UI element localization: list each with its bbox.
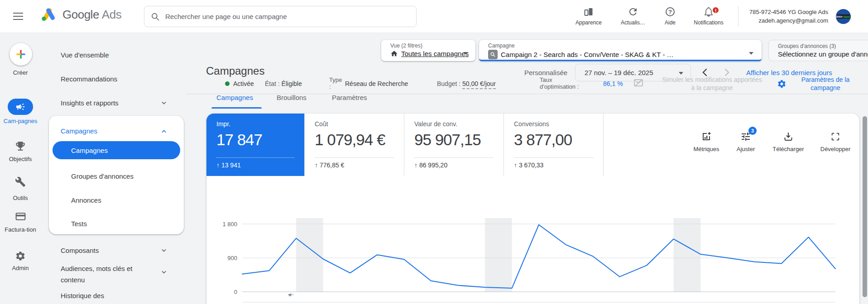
bell-icon [688, 5, 729, 18]
download-button[interactable]: Télécharger [767, 130, 810, 152]
google-ads-triangle-icon [40, 7, 56, 22]
help-button[interactable]: ? Aide [649, 5, 691, 26]
chevron-down-icon[interactable] [159, 267, 168, 276]
chevron-up-icon[interactable] [159, 127, 168, 136]
rail-billing[interactable] [0, 211, 41, 222]
google-ads-app: GoogleAds Apparence [0, 0, 868, 304]
nav-history[interactable]: Historique des [61, 292, 104, 299]
caret-down-icon [679, 72, 683, 75]
tab-campagnes[interactable]: Campagnes [216, 94, 253, 101]
credit-card-icon [15, 211, 26, 222]
view-filter-value: Toutes les campagnes [401, 50, 469, 57]
home-icon [390, 50, 398, 57]
delta-value: 776,85 € [315, 162, 344, 169]
notification-badge: ! [712, 6, 719, 14]
view-filter-dropdown[interactable]: Vue (2 filtres) Toutes les campagnes [381, 40, 475, 61]
help-icon: ? [649, 5, 691, 18]
scrollbar-thumb[interactable] [863, 116, 867, 297]
caret-down-icon [464, 52, 468, 55]
previous-period-icon[interactable] [699, 66, 711, 79]
svg-text:0: 0 [234, 289, 237, 295]
nav-ad-groups[interactable]: Groupes d'annonces [71, 172, 134, 180]
account-info[interactable]: 785-972-4546 YG Google Ads zadeh.agency@… [749, 8, 828, 25]
google-ads-logo[interactable]: GoogleAds [40, 7, 121, 22]
campaign-search-icon [488, 50, 498, 59]
date-range-picker[interactable]: 27 nov. – 19 déc. 2025 [575, 64, 691, 81]
menu-icon[interactable] [12, 10, 24, 23]
rail-campaigns[interactable] [8, 99, 33, 115]
metrics-button[interactable]: Métriques [685, 130, 728, 152]
rail-campaigns-label: Cam-pagnes [0, 118, 41, 125]
scorecard-conv-value[interactable]: Valeur de conv. 95 907,15 86 995,20 [404, 114, 504, 176]
brand-text: GoogleAds [62, 8, 121, 22]
appearance-button[interactable]: Apparence [568, 5, 609, 26]
plus-icon [15, 49, 26, 60]
trophy-icon [14, 140, 26, 152]
header-divider [738, 6, 739, 27]
campaign-context-bar: Vue (2 filtres) Toutes les campagnes Cam… [186, 33, 868, 94]
rail-goals-label: Objectifs [0, 156, 41, 163]
avatar[interactable]: ZADEHAgency [836, 9, 851, 24]
scorecard-conversions[interactable]: Conversions 3 877,00 3 670,33 [504, 114, 604, 176]
next-period-icon[interactable] [720, 66, 733, 79]
rail-billing-label: Factura-tion [0, 226, 41, 233]
delta-value: 86 995,20 [414, 162, 447, 169]
account-id: 785-972-4546 YG Google Ads [749, 8, 828, 16]
nav-tests[interactable]: Tests [71, 220, 87, 228]
create-label: Créer [0, 69, 41, 76]
show-last-30-days-link[interactable]: Afficher les 30 derniers jours [746, 69, 832, 76]
caret-down-icon [749, 52, 753, 55]
network-type: Réseau de Recherche [345, 80, 408, 87]
tools-icon [15, 176, 26, 187]
adjust-button[interactable]: 3 Ajuster [724, 130, 767, 152]
nav-components[interactable]: Composants [61, 247, 99, 254]
nav-audiences[interactable]: Audiences, mots clés et contenu [61, 263, 156, 285]
eligibility-status: État : Éligible [265, 80, 302, 87]
campaign-status[interactable]: Activée [225, 80, 254, 87]
create-button[interactable] [10, 43, 32, 66]
vertical-scrollbar[interactable] [863, 114, 867, 304]
campaign-dropdown[interactable]: Campagne Campaign 2 - Search ads - Conv/… [479, 40, 762, 61]
nav-recommendations[interactable]: Recommandations [61, 75, 117, 83]
metrics-chart-icon [685, 130, 728, 143]
tab-parametres[interactable]: Paramètres [332, 94, 367, 101]
adjust-count-badge: 3 [748, 127, 757, 135]
line-chart-svg: 09001 800 [206, 209, 859, 304]
delta-value: 3 670,33 [514, 162, 543, 169]
left-rail: Créer Cam-pagnes Objectifs Outils Factu [0, 33, 41, 304]
nav-campaigns-header[interactable]: Campagnes [61, 127, 97, 135]
settings-gear-icon[interactable] [777, 79, 786, 89]
nav-ads[interactable]: Annonces [71, 196, 101, 204]
campaign-dropdown-value: Campaign 2 - Search ads - Conv/Vente - S… [501, 51, 674, 58]
svg-text:900: 900 [227, 255, 237, 261]
scorecard-cost[interactable]: Coût 1 079,94 € 776,85 € [304, 114, 404, 176]
notifications-button[interactable]: Notifications ! [688, 5, 729, 26]
budget[interactable]: Budget : 50,00 €/jour [437, 80, 496, 87]
page-title: Campagnes [206, 65, 264, 77]
rail-goals[interactable] [0, 140, 41, 152]
svg-text:1 800: 1 800 [222, 221, 237, 228]
nav-insights[interactable]: Insights et rapports [61, 99, 119, 107]
search-icon [151, 12, 160, 21]
ad-groups-dropdown[interactable]: Groupes d'annonces (3) Sélectionnez un g… [768, 40, 868, 61]
expand-button[interactable]: Développer [814, 130, 857, 152]
nav-campaigns-selected[interactable]: Campagnes [53, 141, 180, 159]
scorecard-impressions[interactable]: Impr. 17 847 13 941 [206, 114, 304, 176]
rail-tools-label: Outils [0, 195, 41, 202]
annotation-campaign-icon [288, 293, 293, 296]
chevron-down-icon[interactable] [159, 98, 168, 107]
impressions-chart: 09001 800 [206, 209, 859, 304]
nav-overview[interactable]: Vue d'ensemble [61, 51, 109, 59]
refresh-button[interactable]: Actualis… [612, 5, 654, 26]
appearance-icon [568, 5, 609, 18]
tab-brouillons[interactable]: Brouillons [277, 94, 307, 101]
optimization-label: Tauxd'optimisation : [540, 76, 579, 90]
account-email: zadeh.agency@gmail.com [749, 16, 828, 25]
rail-admin[interactable] [0, 251, 41, 261]
search-input[interactable] [165, 13, 410, 20]
campaigns-nav-card: Campagnes Campagnes Groupes d'annonces A… [49, 116, 184, 234]
campaign-settings-link[interactable]: Paramètres de lacampagne [789, 76, 862, 92]
chevron-down-icon[interactable] [159, 246, 168, 255]
download-icon [767, 130, 810, 143]
rail-tools[interactable] [0, 176, 41, 187]
